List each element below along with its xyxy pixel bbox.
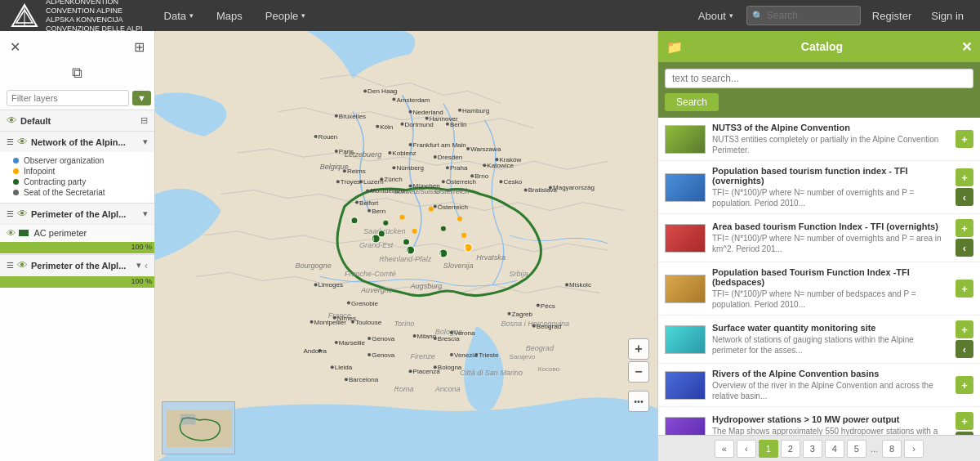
svg-text:Pécs: Pécs [541,302,555,310]
svg-point-38 [483,163,486,167]
layer-group-network-header[interactable]: ☰ 👁 Network of the Alpin... ▾ [0,132,154,152]
pagination-next-button[interactable]: › [904,440,924,458]
catalog-item-text-rivers: Rivers of the Alpine Convention basins O… [712,369,949,401]
catalog-close-button[interactable]: ✕ [961,39,972,55]
contracting-dot [13,179,19,185]
pagination-page-2-button[interactable]: 2 [781,440,800,458]
catalog-item-text-hydropower: Hydropower stations > 10 MW power output… [712,414,949,435]
catalog-item-text-surface-water: Surface water quantity monitoring site N… [712,323,949,356]
svg-point-135 [333,316,336,320]
perimeter1-expand-icon[interactable]: ▾ [143,208,148,219]
signin-button[interactable]: Sign in [923,0,972,31]
catalog-add-rivers-button[interactable]: + [956,376,973,394]
svg-text:Torino: Torino [394,320,414,328]
svg-text:Köln: Köln [380,123,393,131]
svg-text:Amsterdam: Amsterdam [396,96,430,104]
legend-contracting: Contracting party [13,177,141,187]
pagination-page-1-button[interactable]: 1 [759,440,778,458]
register-button[interactable]: Register [864,0,920,31]
catalog-add-nuts3-button[interactable]: + [956,130,973,148]
perimeter2-nav-icon[interactable]: ‹ [145,260,148,271]
ac-perimeter-header[interactable]: 👁 AC perimeter [0,225,154,241]
catalog-add-tourism-button[interactable]: + [956,168,973,186]
svg-text:Marseille: Marseille [339,339,366,347]
pagination-prev-button[interactable]: ‹ [737,440,756,458]
layers-icon[interactable]: ⊞ [132,38,146,56]
map-options-button[interactable]: ••• [628,391,649,412]
layer-group-default-header[interactable]: 👁 Default ⊟ [0,110,154,131]
svg-point-16 [425,117,429,120]
nav-search-input[interactable] [767,10,855,21]
catalog-item-tourism-overnights[interactable]: Population based tourism function index … [658,161,980,214]
nav-maps[interactable]: Maps [207,0,252,31]
pagination-page-4-button[interactable]: 4 [825,440,844,458]
map-area[interactable]: Den Haag Amsterdam Nederland Bruxelles K… [155,31,657,461]
svg-point-63 [399,215,404,220]
zoom-out-button[interactable]: − [628,361,649,383]
svg-text:Roma: Roma [394,385,413,393]
svg-point-26 [335,150,338,153]
catalog-thumb-bedspaces [665,275,706,303]
close-panel-button[interactable]: ✕ [8,38,22,56]
svg-text:Firenze: Firenze [411,352,435,360]
catalog-item-surface-water[interactable]: Surface water quantity monitoring site N… [658,316,980,364]
expand-icon[interactable]: ⊟ [140,115,148,126]
svg-text:Magyarország: Magyarország [553,184,595,191]
legend-observer: Observer organization [13,155,141,166]
catalog-nav-tourism-button[interactable]: ‹ [956,188,973,206]
pagination-page-3-button[interactable]: 3 [803,440,822,458]
layer-group-perimeter1: ☰ 👁 Perimeter of the Alpl... ▾ 👁 AC peri… [0,203,154,254]
logo[interactable]: ALPENKONVENTION CONVENTION ALPINE ALPSKA… [8,0,143,34]
svg-point-141 [450,331,453,334]
perimeter2-expand-icon[interactable]: ▾ [136,260,141,271]
nav-data[interactable]: Data ▾ [154,0,203,31]
catalog-add-hydropower-button[interactable]: + [956,412,973,430]
pagination-first-button[interactable]: « [715,440,734,458]
catalog-item-actions-tourism: + ‹ [956,168,973,206]
catalog-nav-surface-water-button[interactable]: ‹ [956,340,973,358]
catalog-item-rivers[interactable]: Rivers of the Alpine Convention basins O… [658,364,980,407]
svg-text:Bologna: Bologna [438,364,462,371]
network-expand-icon[interactable]: ▾ [143,137,148,147]
svg-point-155 [345,378,348,381]
perimeter2-header[interactable]: ☰ 👁 Perimeter of the Alpl... ▾ ‹ [0,255,154,275]
catalog-nav-area-tourism-button[interactable]: ‹ [956,239,973,257]
nav-people[interactable]: People ▾ [256,0,315,31]
filter-layers-input[interactable] [7,90,129,106]
perimeter1-menu-icon: ☰ [7,209,14,218]
catalog-item-nuts3[interactable]: NUTS3 of the Alpine Convention NUTS3 ent… [658,118,980,161]
filter-button[interactable]: ▼ [132,91,151,105]
catalog-item-area-tourism[interactable]: Area based tourism Function Index - TFI … [658,214,980,262]
svg-point-65 [383,221,388,226]
perimeter2-progress: 100 % [0,276,154,288]
svg-point-62 [429,207,434,212]
svg-point-58 [368,209,371,213]
network-legend: Observer organization Infopoint Contract… [0,152,154,203]
logo-text: ALPENKONVENTION CONVENTION ALPINE ALPSKA… [46,0,143,34]
pagination-page-8-button[interactable]: 8 [882,440,902,458]
svg-point-8 [409,110,412,114]
svg-point-131 [565,283,568,286]
layer-group-default: 👁 Default ⊟ [0,110,154,131]
svg-point-66 [412,229,417,234]
nav-about[interactable]: About ▾ [688,0,743,31]
catalog-search-button[interactable]: Search [665,93,719,111]
catalog-add-area-tourism-button[interactable]: + [956,219,973,237]
catalog-item-bedspaces[interactable]: Population based Tourism Function Index … [658,262,980,316]
svg-point-68 [461,233,466,238]
catalog-add-bedspaces-button[interactable]: + [956,280,973,298]
svg-text:Genova: Genova [372,335,395,342]
svg-text:Andorra: Andorra [303,347,327,355]
svg-point-145 [343,169,346,172]
layers-stack-icon[interactable]: ⧉ [70,63,84,83]
svg-text:Zagreb: Zagreb [512,311,533,318]
map-background[interactable]: Den Haag Amsterdam Nederland Bruxelles K… [155,31,657,461]
catalog-search-input[interactable] [665,69,973,88]
catalog-add-surface-water-button[interactable]: + [956,320,973,338]
perimeter1-header[interactable]: ☰ 👁 Perimeter of the Alpl... ▾ [0,204,154,224]
pagination-page-5-button[interactable]: 5 [847,440,866,458]
catalog-item-hydropower[interactable]: Hydropower stations > 10 MW power output… [658,407,980,435]
catalog-search-area: Search [658,62,980,118]
zoom-in-button[interactable]: + [628,338,649,360]
svg-point-101 [378,230,385,237]
